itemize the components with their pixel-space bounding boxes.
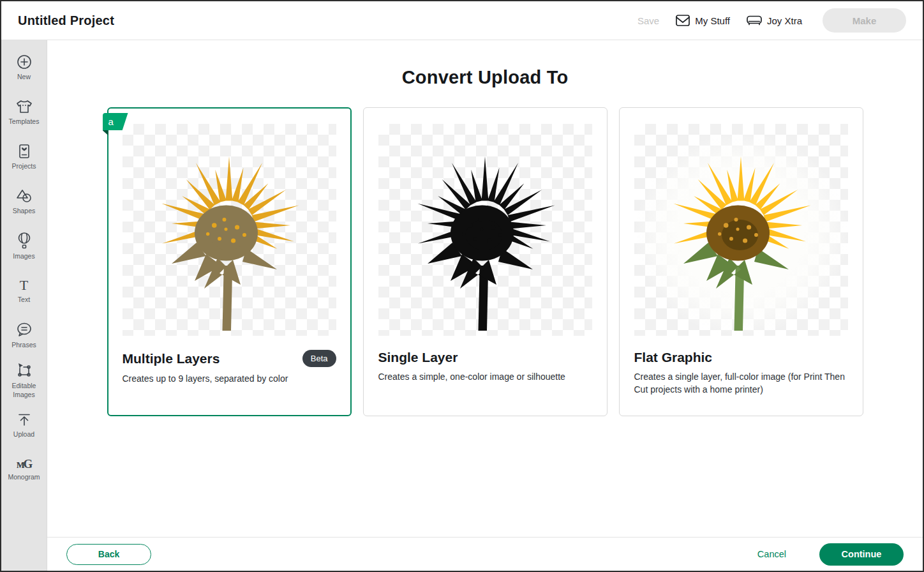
back-button[interactable]: Back xyxy=(66,544,151,565)
card-title: Flat Graphic xyxy=(634,350,713,365)
page-title: Convert Upload To xyxy=(47,67,923,88)
save-button[interactable]: Save xyxy=(637,15,659,26)
continue-button[interactable]: Continue xyxy=(819,543,904,566)
bottom-bar: Back Cancel Continue xyxy=(47,537,923,571)
project-card-icon xyxy=(17,144,31,159)
tshirt-icon xyxy=(16,99,33,114)
sidebar-item-upload[interactable]: Upload xyxy=(1,403,47,448)
card-description: Creates up to 9 layers, separated by col… xyxy=(123,372,336,385)
tag-fold xyxy=(103,130,108,135)
card-title: Multiple Layers xyxy=(123,351,220,366)
text-icon: T xyxy=(20,278,28,292)
speech-bubble-icon xyxy=(16,322,33,338)
beta-badge: Beta xyxy=(302,350,336,367)
option-multiple-layers[interactable]: a Multiple Layers Beta Creates up to 9 l… xyxy=(107,107,352,416)
app-window: Untitled Project Save My Stuff Joy Xtra … xyxy=(0,0,924,572)
sidebar-item-shapes[interactable]: Shapes xyxy=(1,179,47,224)
sidebar-item-monogram[interactable]: ᴍG Monogram xyxy=(1,448,47,492)
card-title: Single Layer xyxy=(378,350,458,365)
cutting-machine-icon xyxy=(747,15,762,26)
option-flat-graphic[interactable]: Flat Graphic Creates a single layer, ful… xyxy=(619,107,863,416)
make-button[interactable]: Make xyxy=(823,8,906,33)
sidebar-item-phrases[interactable]: Phrases xyxy=(1,313,47,358)
convert-options: a Multiple Layers Beta Creates up to 9 l… xyxy=(47,107,923,416)
sidebar-item-text[interactable]: T Text xyxy=(1,269,47,313)
cancel-button[interactable]: Cancel xyxy=(757,549,786,559)
hot-air-balloon-icon xyxy=(17,232,31,249)
project-title[interactable]: Untitled Project xyxy=(18,13,114,28)
sidebar-item-templates[interactable]: Templates xyxy=(1,90,47,135)
upload-arrow-icon xyxy=(17,412,32,427)
shapes-icon xyxy=(16,188,33,204)
option-single-layer[interactable]: Single Layer Creates a simple, one-color… xyxy=(363,107,607,416)
sidebar-item-images[interactable]: Images xyxy=(1,224,47,269)
top-bar: Untitled Project Save My Stuff Joy Xtra … xyxy=(1,1,923,40)
inbox-icon xyxy=(676,15,690,26)
card-description: Creates a single layer, full-color image… xyxy=(634,370,848,396)
my-stuff-label: My Stuff xyxy=(695,15,730,26)
sunflower-silhouette-image xyxy=(389,143,581,335)
sunflower-multilayer-image xyxy=(133,143,325,335)
machine-label: Joy Xtra xyxy=(767,15,802,26)
multiple-layers-preview xyxy=(123,124,336,336)
card-description: Creates a simple, one-color image or sil… xyxy=(378,370,592,383)
plus-circle-icon xyxy=(17,54,32,70)
editable-image-icon xyxy=(16,362,33,379)
sidebar-item-projects[interactable]: Projects xyxy=(1,135,47,179)
my-stuff-button[interactable]: My Stuff xyxy=(676,15,730,26)
flat-graphic-preview xyxy=(634,124,848,336)
left-sidebar: New Templates Projects xyxy=(1,40,47,571)
monogram-icon: ᴍG xyxy=(17,458,32,470)
main-panel: Convert Upload To a Multiple Layers Beta… xyxy=(47,40,923,571)
sidebar-item-editable-images[interactable]: Editable Images xyxy=(1,358,47,403)
machine-selector[interactable]: Joy Xtra xyxy=(747,15,802,26)
sidebar-item-new[interactable]: New xyxy=(1,45,47,90)
sunflower-photo-image xyxy=(645,143,837,335)
single-layer-preview xyxy=(378,124,592,336)
